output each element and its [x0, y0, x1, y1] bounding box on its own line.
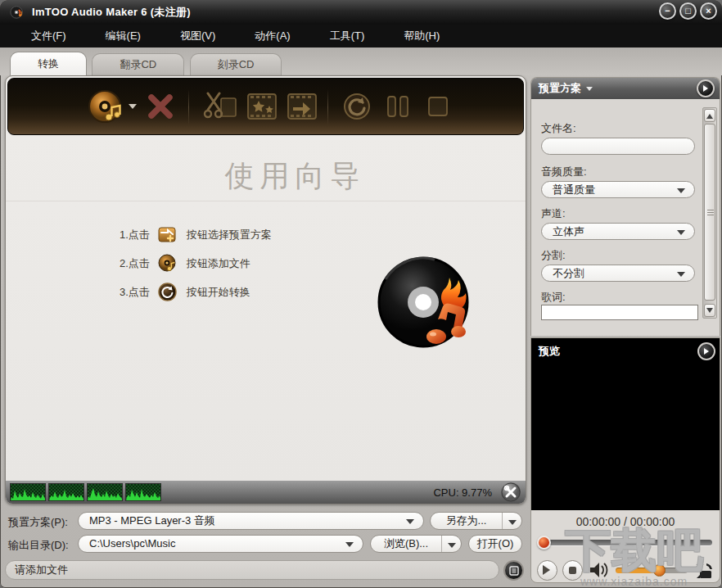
- split-select[interactable]: 不分割: [541, 265, 695, 282]
- open-label: 打开(O): [477, 536, 514, 551]
- chevron-down-icon: [586, 87, 593, 94]
- output-dir-value: C:\Users\pc\Music: [89, 537, 175, 550]
- convert-icon: [158, 283, 177, 301]
- preset-expand-button[interactable]: [697, 79, 715, 97]
- menu-action[interactable]: 动作(A): [255, 29, 290, 43]
- tab-rip-cd[interactable]: 翻录CD: [92, 53, 184, 75]
- start-convert-button[interactable]: [342, 92, 372, 121]
- save-as-dropdown[interactable]: [502, 513, 521, 529]
- export-segment-button[interactable]: [287, 91, 318, 122]
- open-button[interactable]: 打开(O): [468, 535, 522, 553]
- menu-file[interactable]: 文件(F): [31, 29, 66, 43]
- toolbar: [7, 78, 524, 135]
- menu-edit[interactable]: 编辑(E): [106, 29, 141, 43]
- delete-button[interactable]: [147, 93, 174, 120]
- close-button[interactable]: ×: [700, 2, 717, 20]
- effects-button[interactable]: [246, 91, 278, 122]
- preset-panel: 预置方案 文件名: 音频质量: 普通质量 声道: 立体声 分割: 不分割 歌词:: [530, 77, 720, 336]
- scroll-thumb[interactable]: [704, 124, 715, 301]
- play-icon: [543, 565, 555, 575]
- arrow-up-icon: [706, 111, 713, 119]
- stop-icon: [569, 567, 576, 574]
- quality-select[interactable]: 普通质量: [541, 181, 695, 198]
- preview-panel: 预览 00:00:00 / 00:00:00: [530, 337, 720, 583]
- step-1-desc: 按钮选择预置方案: [187, 228, 272, 242]
- preset-scrollbar[interactable]: [702, 107, 717, 319]
- spectrum-meter: [87, 483, 123, 501]
- cd-flame-logo: [371, 255, 485, 353]
- preset-icon: [158, 225, 177, 244]
- preview-title: 预览: [539, 344, 560, 359]
- scroll-down-button[interactable]: [704, 304, 715, 317]
- toggle-list-button[interactable]: [503, 560, 524, 581]
- volume-knob[interactable]: [653, 564, 666, 577]
- title-bar: ImTOO Audio Maker 6 (未注册) − □ ×: [0, 0, 722, 25]
- preview-screen: 预览: [531, 338, 720, 510]
- tab-convert[interactable]: 转换: [10, 52, 87, 75]
- channel-value: 立体声: [553, 225, 584, 237]
- playback-controls: [537, 558, 714, 582]
- chevron-down-icon: [448, 543, 456, 548]
- preview-expand-button[interactable]: [697, 342, 715, 360]
- output-dir-select[interactable]: C:\Users\pc\Music: [78, 535, 363, 553]
- browse-button[interactable]: 浏览(B)...: [370, 535, 462, 553]
- filename-input[interactable]: [541, 138, 695, 155]
- browse-dropdown[interactable]: [441, 536, 461, 552]
- play-button[interactable]: [537, 560, 557, 581]
- maximize-button[interactable]: □: [679, 2, 697, 20]
- time-display: 00:00:00 / 00:00:00: [531, 515, 720, 528]
- browse-label: 浏览(B)...: [371, 536, 441, 551]
- lyrics-label: 歌词:: [541, 290, 566, 305]
- output-dir-label: 输出目录(D):: [8, 538, 69, 553]
- divider: [6, 201, 526, 201]
- step-2-desc: 按钮添加文件: [187, 256, 250, 271]
- wizard-step-3: 3.点击 按钮开始转换: [120, 283, 250, 301]
- menu-tools[interactable]: 工具(T): [330, 29, 365, 43]
- chevron-down-icon: [406, 519, 414, 524]
- stop-playback-button[interactable]: [562, 560, 583, 581]
- filename-label: 文件名:: [541, 121, 576, 136]
- menu-view[interactable]: 视图(V): [180, 29, 215, 43]
- tab-burn-cd[interactable]: 刻录CD: [190, 53, 282, 75]
- output-preset-select[interactable]: MP3 - MPEG Layer-3 音频: [78, 512, 424, 530]
- arrow-down-icon: [706, 308, 713, 316]
- add-file-dropdown-arrow-icon[interactable]: [128, 103, 138, 110]
- wizard-step-1: 1.点击 按钮选择预置方案: [120, 225, 272, 244]
- channel-select[interactable]: 立体声: [541, 223, 695, 240]
- split-label: 分割:: [541, 248, 566, 263]
- minimize-button[interactable]: −: [659, 2, 676, 20]
- spectrum-meter: [10, 483, 46, 501]
- channel-label: 声道:: [541, 206, 566, 221]
- snapshot-button[interactable]: [693, 560, 714, 580]
- preset-panel-title: 预置方案: [539, 81, 581, 96]
- pause-button[interactable]: [385, 94, 411, 119]
- stop-button[interactable]: [426, 94, 450, 119]
- speaker-icon[interactable]: [589, 562, 609, 578]
- grip-icon: [707, 212, 714, 213]
- add-file-button[interactable]: [87, 88, 124, 125]
- seek-knob[interactable]: [537, 536, 551, 550]
- app-logo-icon: [10, 5, 25, 20]
- chevron-down-icon: [677, 230, 685, 235]
- chevron-down-icon: [508, 520, 517, 525]
- add-file-icon: [158, 254, 177, 273]
- toolbar-separator: [327, 89, 328, 125]
- volume-slider[interactable]: [616, 568, 688, 573]
- save-as-button[interactable]: 另存为...: [430, 512, 522, 530]
- tab-strip: 转换 翻录CD 刻录CD: [0, 47, 722, 75]
- seek-bar[interactable]: [539, 540, 712, 545]
- lyrics-input[interactable]: [541, 305, 698, 320]
- clip-button[interactable]: [203, 90, 237, 123]
- save-as-label: 另存为...: [431, 513, 502, 528]
- menu-help[interactable]: 帮助(H): [404, 29, 440, 43]
- tools-button[interactable]: [500, 482, 521, 503]
- step-3-action: 3.点击: [120, 285, 150, 300]
- app-window: ImTOO Audio Maker 6 (未注册) − □ × 文件(F) 编辑…: [0, 0, 722, 588]
- status-message: 请添加文件: [5, 560, 499, 580]
- scroll-up-button[interactable]: [704, 109, 715, 122]
- step-2-action: 2.点击: [120, 256, 150, 271]
- meter-bar: CPU: 9.77%: [6, 481, 526, 504]
- step-3-desc: 按钮开始转换: [187, 285, 250, 300]
- wizard-step-2: 2.点击 按钮添加文件: [120, 254, 250, 273]
- preset-panel-header[interactable]: 预置方案: [531, 78, 720, 99]
